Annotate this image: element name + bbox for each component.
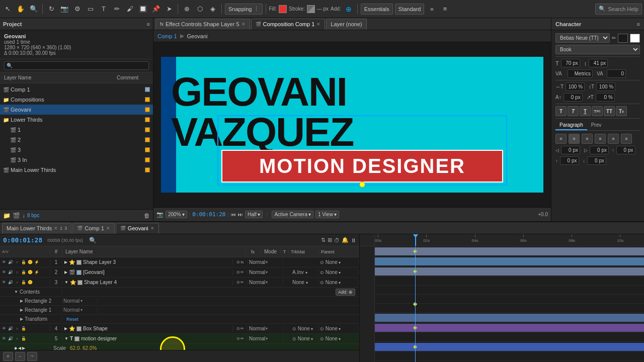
- lr1-switch2[interactable]: fx: [240, 260, 244, 264]
- contents-arrow[interactable]: ▼: [14, 290, 18, 294]
- tl-icon2[interactable]: ⊞: [328, 237, 332, 243]
- audio-icon-2[interactable]: 🔊: [8, 269, 14, 276]
- tree-item-item3in[interactable]: 🎬 3 In: [0, 155, 153, 165]
- camera-selector[interactable]: Active Camera ▾: [272, 211, 313, 218]
- lr5-pencil[interactable]: ✏: [240, 336, 244, 341]
- table-row[interactable]: 👁 🔊 ○ 🔓 5 ▼ T motion designer: [0, 334, 359, 344]
- dist-tool[interactable]: ◈: [207, 4, 218, 15]
- select-tool[interactable]: ↖: [2, 4, 13, 15]
- table-row[interactable]: 👁 🔊 ○ 🔒 🙁 ⚡ 2 ▶ 🎬 [Geovani]: [0, 267, 359, 278]
- lr2-switch1[interactable]: ⊙: [236, 270, 240, 275]
- lr3-expand[interactable]: ▼: [64, 280, 68, 285]
- lr1-mode-arrow[interactable]: ▾: [266, 260, 268, 264]
- superscript-btn[interactable]: Ts: [616, 106, 627, 116]
- quality-selector[interactable]: Half ▾: [245, 211, 263, 218]
- visibility-icon-1[interactable]: 👁: [1, 259, 7, 265]
- tl-search-icon[interactable]: 🔍: [89, 237, 97, 244]
- tree-item-compositions[interactable]: 📁 Compositions: [0, 95, 153, 105]
- lock-icon-1[interactable]: 🔓: [21, 259, 27, 265]
- import-icon[interactable]: ↓: [22, 212, 25, 219]
- lr2-tikmat-arrow[interactable]: ▾: [305, 270, 307, 275]
- fill-color-swatch[interactable]: [279, 5, 287, 13]
- quality-icon-2[interactable]: ⚡: [34, 269, 40, 276]
- underline-btn[interactable]: T: [580, 106, 591, 116]
- text-tool[interactable]: T: [98, 4, 109, 15]
- rect-tool[interactable]: ▭: [85, 4, 96, 15]
- add-content-btn[interactable]: Add: ⊕: [336, 289, 355, 296]
- lr4-pencil[interactable]: ✏: [240, 326, 244, 331]
- lr2-pencil[interactable]: ✏: [240, 270, 244, 275]
- breadcrumb-comp[interactable]: Comp 1: [157, 33, 177, 39]
- align-justify-all-btn[interactable]: ≡: [621, 134, 632, 144]
- tab-layer-none[interactable]: Layer (none): [326, 19, 366, 30]
- lr4-parent-arrow[interactable]: ▾: [339, 327, 341, 331]
- align-center-btn[interactable]: ≡: [569, 134, 580, 144]
- tab-effect-controls[interactable]: fx Effect Controls Shape Layer 5 ✕: [155, 19, 250, 30]
- transform3-reset[interactable]: Reset: [62, 317, 83, 322]
- scale-v-field[interactable]: [596, 82, 615, 91]
- search-input[interactable]: [4, 61, 149, 70]
- panel-menu-icon[interactable]: ≡: [147, 21, 150, 27]
- tl-icon3[interactable]: ⏱: [334, 237, 340, 243]
- lr1-switch1[interactable]: ⊙: [236, 260, 240, 264]
- align-tool[interactable]: ⬡: [194, 4, 205, 15]
- tab-comp1-close[interactable]: ✕: [106, 226, 110, 231]
- transform3-arrow[interactable]: ▶: [20, 317, 23, 321]
- audio-icon-5[interactable]: 🔊: [8, 336, 14, 342]
- shy-icon-2[interactable]: 🙁: [27, 269, 33, 276]
- italic-btn[interactable]: T: [568, 106, 579, 116]
- align-left-btn[interactable]: ≡: [555, 134, 567, 144]
- rect1-arrow[interactable]: ▶: [20, 308, 23, 312]
- lr5-switch1[interactable]: ⊙: [236, 336, 240, 341]
- tl-motion-path-btn[interactable]: ~: [27, 352, 37, 361]
- visibility-icon-4[interactable]: 👁: [1, 326, 7, 332]
- table-row[interactable]: 👁 🔊 ○ 🔓 🙁 3 ▼ ⭐ Shape Layer 4: [0, 278, 359, 288]
- lr2-expand[interactable]: ▶: [64, 270, 67, 275]
- space-before-field[interactable]: [560, 156, 579, 165]
- rotate-tool[interactable]: ↻: [46, 4, 57, 15]
- shy-icon-3[interactable]: 🙁: [27, 280, 33, 286]
- playhead-ruler[interactable]: [415, 234, 416, 246]
- tl-icon1[interactable]: ⇅: [321, 237, 326, 243]
- zoom-selector[interactable]: 200% ▾: [166, 211, 187, 218]
- rect2-mode-arrow[interactable]: ▾: [80, 299, 83, 303]
- tab-paragraph[interactable]: Paragraph: [555, 121, 587, 130]
- leading-field[interactable]: [589, 59, 608, 67]
- scale5-kf-icon[interactable]: ◆: [14, 346, 17, 350]
- trash-icon[interactable]: 🗑: [144, 212, 150, 219]
- stamp-tool[interactable]: 🔲: [137, 4, 148, 15]
- breadcrumb-geovani[interactable]: Geovani: [187, 33, 208, 39]
- lr4-switch1[interactable]: ⊙: [236, 326, 240, 331]
- align-right-btn[interactable]: ≡: [582, 134, 593, 144]
- shy-icon-1[interactable]: 🙁: [27, 259, 33, 265]
- tab-geovani-close[interactable]: ✕: [150, 226, 154, 231]
- font-style-selector[interactable]: Book: [555, 45, 640, 54]
- gear-tool[interactable]: ⚙: [72, 4, 83, 15]
- tab-composition[interactable]: 🎬 Composition Comp 1 ✕: [251, 19, 326, 30]
- tab-geovani-tl[interactable]: 🎬 Geovani ✕: [116, 223, 159, 234]
- rect1-mode-arrow[interactable]: ▾: [80, 308, 83, 312]
- table-row[interactable]: 👁 🔊 ○ 🔓 🙁 ⚡ 1 ▶ ⭐ Shape Layer 3: [0, 257, 359, 267]
- tree-item-main-lt[interactable]: 🎬 Main Lower Thirds: [0, 165, 153, 175]
- search-help-bar[interactable]: 🔍 Search Help: [595, 4, 642, 15]
- lr5-expand[interactable]: ▼: [64, 336, 68, 341]
- font-size-field[interactable]: [561, 59, 580, 67]
- scale-h-field[interactable]: [566, 82, 585, 91]
- visibility-icon-5[interactable]: 👁: [1, 336, 7, 342]
- lock-icon-4[interactable]: 🔓: [21, 326, 27, 332]
- tab-mlt-close[interactable]: ✕: [54, 226, 58, 231]
- tab-prev[interactable]: Prev: [587, 121, 606, 130]
- smallcaps-btn[interactable]: TSC: [592, 106, 603, 116]
- align-justify-btn[interactable]: ≡: [595, 134, 606, 144]
- audio-icon-1[interactable]: 🔊: [8, 259, 14, 265]
- lr2-mode-arrow[interactable]: ▾: [266, 270, 268, 275]
- char-color-bg[interactable]: [630, 34, 640, 43]
- quality-icon-1[interactable]: ⚡: [34, 259, 40, 265]
- scale5-kf-r[interactable]: ▶: [22, 346, 25, 350]
- visibility-icon-2[interactable]: 👁: [1, 269, 7, 276]
- tab-main-lower-thirds[interactable]: Main Lower Thirds ✕ 1 3: [2, 223, 71, 234]
- view-selector[interactable]: 1 View ▾: [315, 211, 339, 218]
- folder-icon[interactable]: 📁: [3, 212, 11, 219]
- lr3-parent-arrow[interactable]: ▾: [339, 281, 341, 285]
- solo-icon-2[interactable]: ○: [14, 269, 20, 276]
